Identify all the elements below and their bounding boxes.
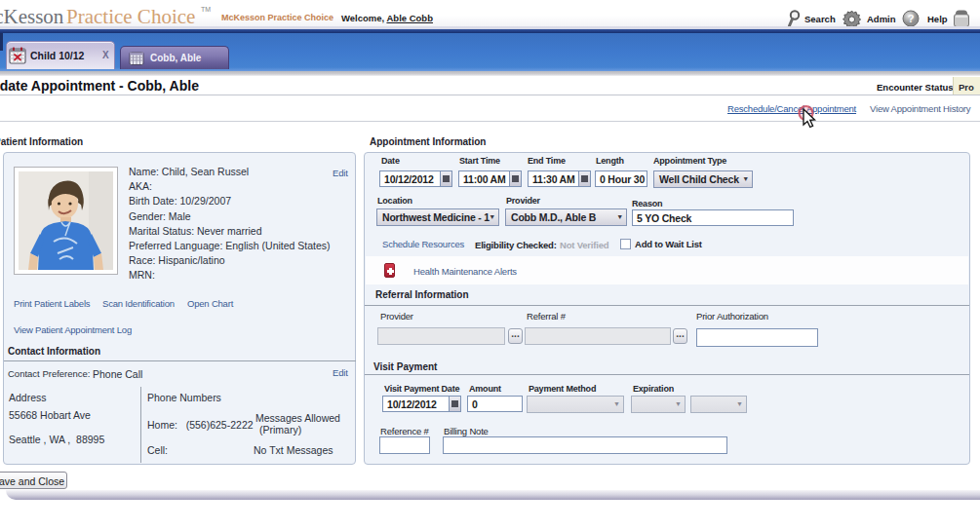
- svg-text:?: ?: [908, 13, 915, 24]
